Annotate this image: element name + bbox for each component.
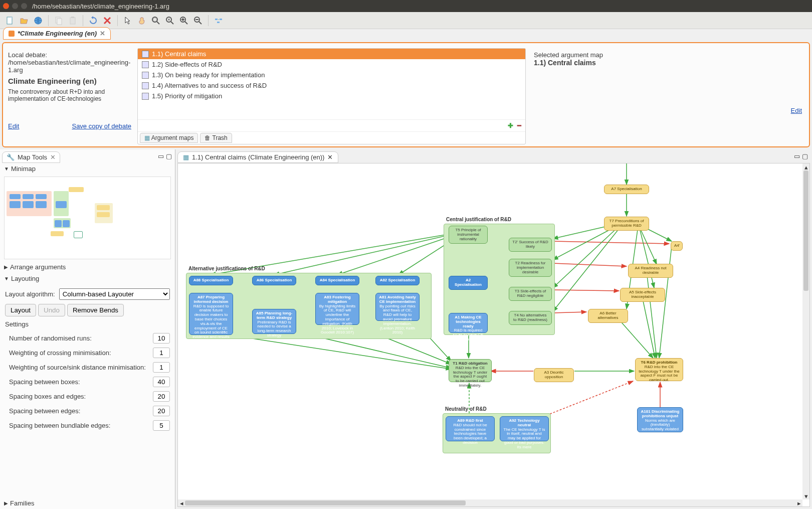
- node-a1[interactable]: A1 Making CE technologies readyR&D is re…: [449, 313, 488, 333]
- argument-maps-list[interactable]: 1.1) Central claims 1.2) Side-effects of…: [138, 49, 525, 119]
- svg-line-7: [157, 22, 159, 24]
- layout-button[interactable]: Layout: [5, 304, 36, 316]
- pan-tool-button[interactable]: [136, 15, 148, 27]
- argument-map-canvas[interactable]: Alternative justifications of R&D Centra…: [177, 163, 810, 507]
- map-item-1-2[interactable]: 1.2) Side-effects of R&D: [138, 59, 525, 70]
- copy-button[interactable]: [53, 15, 65, 27]
- map-item-label: 1.4) Alternatives to and success of R&D: [152, 82, 267, 89]
- undo-button[interactable]: Undo: [38, 304, 65, 316]
- families-section-header[interactable]: ▶Families: [0, 497, 175, 509]
- node-a6[interactable]: A6 Better alternatives: [588, 309, 628, 323]
- zoom-in-button[interactable]: [178, 15, 190, 27]
- setting-label: Weighting of crossing minimisation:: [9, 349, 111, 357]
- open-file-button[interactable]: [18, 15, 30, 27]
- open-web-button[interactable]: [32, 15, 44, 27]
- node-t3[interactable]: T3 Side-effects of R&D negligible: [509, 287, 552, 301]
- map-item-1-4[interactable]: 1.4) Alternatives to and success of R&D: [138, 80, 525, 91]
- edit-map-link[interactable]: Edit: [791, 107, 802, 114]
- node-a5[interactable]: A5 Side-effects inacceptable: [620, 288, 665, 302]
- box-spacing-input[interactable]: [153, 377, 170, 387]
- node-a101[interactable]: A101 Discriminating prohibitions unjustN…: [637, 407, 683, 432]
- window-close-button[interactable]: [3, 3, 9, 9]
- close-tab-button[interactable]: ✕: [100, 30, 105, 37]
- new-file-button[interactable]: [4, 15, 16, 27]
- layouting-section-header[interactable]: ▼Layouting: [0, 273, 175, 284]
- add-map-button[interactable]: ✚: [508, 122, 513, 129]
- canvas-tab[interactable]: ▦ 1.1) Central claims (Climate Engineeri…: [177, 151, 338, 163]
- svg-line-52: [647, 271, 657, 358]
- minimize-icon[interactable]: ▭: [158, 152, 164, 160]
- minimap-canvas[interactable]: [4, 177, 171, 259]
- zoom-region-button[interactable]: [150, 15, 162, 27]
- map-item-1-1[interactable]: 1.1) Central claims: [138, 49, 525, 59]
- bundle-spacing-input[interactable]: [153, 420, 170, 431]
- node-t6[interactable]: T6 R&D prohibitionR&D into the CE techno…: [635, 358, 683, 381]
- svg-line-10: [171, 22, 173, 24]
- node-a4[interactable]: A4 Readiness not desirable: [628, 264, 673, 278]
- zoom-fit-button[interactable]: [164, 15, 176, 27]
- runs-input[interactable]: [153, 333, 170, 344]
- node-t4[interactable]: T4 No alternatives to R&D (readiness): [509, 311, 552, 325]
- node-t7[interactable]: T7 Preconditions of permissible R&D: [604, 217, 649, 231]
- svg-rect-16: [220, 19, 222, 20]
- node-a85[interactable]: A85 Planning long-term R&D strategyPreli…: [252, 309, 296, 334]
- tab-trash[interactable]: 🗑 Trash: [200, 133, 232, 143]
- tab-label: Map Tools: [18, 153, 47, 161]
- minimize-icon[interactable]: ▭: [794, 152, 800, 160]
- node-t2p[interactable]: T2' Success of R&D likely: [509, 238, 552, 252]
- zoom-out-button[interactable]: [192, 15, 204, 27]
- layout-toggle-button[interactable]: [213, 15, 225, 27]
- setting-label: Spacing between bundlable edges:: [9, 422, 110, 429]
- close-tab-icon[interactable]: ✕: [50, 153, 56, 161]
- crossing-input[interactable]: [153, 348, 170, 358]
- node-a89[interactable]: A89 R&D firstR&D should not be constrain…: [446, 416, 495, 441]
- node-a82[interactable]: A82 Specialisation: [375, 276, 420, 285]
- map-tools-tab[interactable]: 🔧 Map Tools ✕: [2, 151, 60, 163]
- map-item-1-5[interactable]: 1.5) Priority of mitigation: [138, 91, 525, 101]
- vertical-scrollbar[interactable]: ▴▾: [802, 163, 809, 499]
- horizontal-scrollbar[interactable]: ◂▸: [178, 499, 802, 506]
- node-t2[interactable]: T2 Readiness for implementation desirabl…: [509, 259, 552, 277]
- paste-button[interactable]: [67, 15, 79, 27]
- tab-argument-maps[interactable]: ▦ Argument maps: [140, 133, 198, 143]
- node-a86[interactable]: A86 Specialisation: [252, 276, 296, 285]
- local-debate-path: /home/sebastian/test/climate_engineering…: [8, 59, 131, 74]
- debate-title: Climate Engineering (en): [8, 77, 131, 85]
- maximize-icon[interactable]: ▢: [802, 152, 808, 160]
- edge-spacing-input[interactable]: [153, 406, 170, 416]
- node-a84[interactable]: A84 Specialisation: [315, 276, 359, 285]
- node-a83[interactable]: A83 Fostering mitigationBy highlighting …: [315, 293, 359, 325]
- node-a4p[interactable]: A4': [671, 241, 683, 251]
- debate-tab[interactable]: *Climate Engineering (en) ✕: [3, 27, 111, 40]
- layout-algorithm-select[interactable]: Column-based Layouter: [59, 288, 170, 300]
- map-tools-panel: 🔧 Map Tools ✕ ▭ ▢ ▼Minimap: [0, 149, 175, 509]
- box-edge-spacing-input[interactable]: [153, 391, 170, 402]
- map-item-icon: [142, 61, 149, 68]
- node-a7[interactable]: A7 Specialisation: [604, 185, 649, 194]
- maximize-icon[interactable]: ▢: [166, 152, 172, 160]
- arrange-section-header[interactable]: ▶Arrange arguments: [0, 261, 175, 273]
- delete-button[interactable]: [101, 15, 113, 27]
- node-a2[interactable]: A2 Specialisation: [449, 276, 488, 290]
- node-a81[interactable]: A81 Avoiding hasty CE implementationBy p…: [375, 293, 420, 321]
- remove-bends-button[interactable]: Remove Bends: [67, 304, 124, 316]
- remove-map-button[interactable]: ━: [517, 122, 521, 129]
- node-a87[interactable]: A87 Preparing informed decisionR&D is su…: [189, 293, 233, 335]
- map-item-label: 1.5) Priority of mitigation: [152, 92, 222, 100]
- minimap-section-header[interactable]: ▼Minimap: [0, 163, 175, 175]
- node-a88[interactable]: A88 Specialisation: [189, 276, 233, 285]
- close-canvas-tab[interactable]: ✕: [327, 153, 333, 161]
- node-a92[interactable]: A92 Technology neutralThe CE technology …: [500, 416, 549, 441]
- save-copy-link[interactable]: Save copy of debate: [72, 122, 131, 130]
- node-a3[interactable]: A3 Deontic opposition: [534, 368, 574, 382]
- node-t5[interactable]: T5 Principle of instrumental rationality: [449, 226, 488, 244]
- map-item-1-3[interactable]: 1.3) On being ready for implementation: [138, 70, 525, 80]
- window-maximize-button[interactable]: [21, 3, 27, 9]
- window-minimize-button[interactable]: [12, 3, 18, 9]
- window-title: /home/sebastian/test/climate_engineering…: [32, 3, 169, 10]
- edit-debate-link[interactable]: Edit: [8, 122, 19, 130]
- pointer-tool-button[interactable]: [122, 15, 134, 27]
- node-t1[interactable]: T1 R&D obligationR&D into the CE technol…: [449, 359, 492, 382]
- distance-input[interactable]: [153, 362, 170, 373]
- refresh-button[interactable]: [87, 15, 99, 27]
